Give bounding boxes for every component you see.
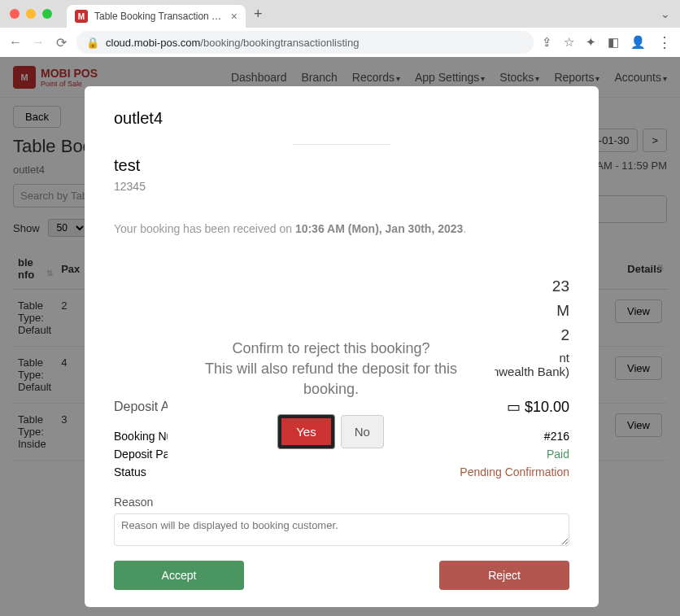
maximize-window-icon[interactable] bbox=[42, 9, 52, 19]
confirm-no-button[interactable]: No bbox=[341, 415, 384, 448]
share-icon[interactable]: ⇪ bbox=[542, 35, 552, 50]
minimize-window-icon[interactable] bbox=[26, 9, 36, 19]
browser-chrome: M Table Booking Transaction List × + ⌄ ←… bbox=[0, 0, 680, 57]
confirm-reject-modal: Confirm to reject this booking? This wil… bbox=[168, 316, 495, 468]
confirm-line-1: Confirm to reject this booking? bbox=[187, 339, 475, 359]
url-host: cloud.mobi-pos.com bbox=[106, 37, 200, 49]
panel-time-value: M bbox=[556, 302, 569, 320]
reject-button[interactable]: Reject bbox=[439, 561, 569, 590]
reason-textarea[interactable] bbox=[114, 513, 569, 546]
panel-date-value: 23 bbox=[552, 277, 569, 295]
address-bar[interactable]: 🔒 cloud.mobi-pos.com/booking/bookingtran… bbox=[76, 31, 534, 54]
deposit-value: ▭ $10.00 bbox=[507, 398, 569, 416]
confirm-yes-button[interactable]: Yes bbox=[278, 415, 333, 448]
booking-status-label: Status bbox=[114, 465, 146, 478]
panel-outlet: outlet4 bbox=[114, 109, 569, 128]
panel-pax-value: 2 bbox=[560, 326, 569, 344]
close-window-icon[interactable] bbox=[10, 9, 20, 19]
reload-icon[interactable]: ⟳ bbox=[54, 35, 68, 50]
close-tab-icon[interactable]: × bbox=[231, 10, 238, 23]
browser-tab[interactable]: M Table Booking Transaction List × bbox=[67, 5, 246, 28]
confirm-line-2: This will also refund the deposit for th… bbox=[187, 359, 475, 400]
window-controls bbox=[10, 9, 52, 19]
money-icon: ▭ bbox=[507, 399, 521, 415]
kebab-menu-icon[interactable]: ⋮ bbox=[657, 33, 672, 51]
back-icon[interactable]: ← bbox=[8, 35, 23, 50]
payment-status-value: Paid bbox=[547, 448, 569, 461]
tab-favicon-icon: M bbox=[75, 10, 88, 23]
profile-icon[interactable]: 👤 bbox=[630, 35, 646, 50]
panel-customer-code: 12345 bbox=[114, 180, 569, 193]
chevron-down-icon[interactable]: ⌄ bbox=[660, 7, 670, 20]
panel-customer-name: test bbox=[114, 156, 569, 175]
reason-label: Reason bbox=[114, 496, 569, 509]
bookmark-icon[interactable]: ☆ bbox=[564, 35, 574, 50]
new-tab-button[interactable]: + bbox=[254, 6, 263, 23]
panel-icon[interactable]: ◧ bbox=[608, 35, 619, 50]
panel-received-line: Your booking has been received on 10:36 … bbox=[114, 222, 569, 235]
forward-icon: → bbox=[31, 35, 46, 50]
lock-icon: 🔒 bbox=[86, 37, 99, 49]
accept-button[interactable]: Accept bbox=[114, 561, 244, 590]
extensions-icon[interactable]: ✦ bbox=[586, 35, 596, 50]
booking-number-value: #216 bbox=[544, 430, 569, 443]
url-path: /booking/bookingtransactionlisting bbox=[200, 37, 359, 49]
tab-title: Table Booking Transaction List bbox=[94, 11, 224, 22]
